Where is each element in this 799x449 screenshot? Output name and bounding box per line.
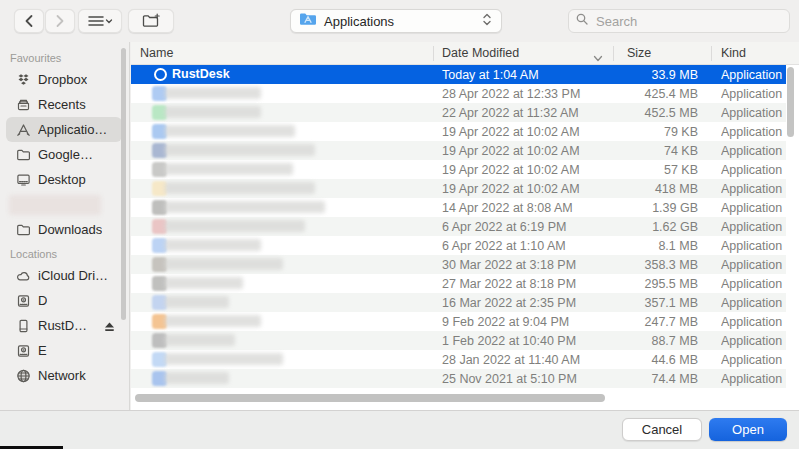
file-row[interactable]: 28 Apr 2022 at 12:33 PM425.4 MBApplicati…	[131, 84, 786, 103]
sidebar-item-label: Desktop	[38, 172, 86, 187]
sidebar-item-label: Downloads	[38, 222, 102, 237]
sidebar: FavouritesDropboxRecentsApplicatio…Googl…	[0, 42, 130, 410]
sidebar-scrollbar-thumb[interactable]	[121, 48, 126, 320]
cancel-button[interactable]: Cancel	[622, 418, 702, 441]
sidebar-item-redacted[interactable]	[9, 195, 101, 215]
file-size: 295.5 MB	[561, 277, 698, 291]
column-separator	[711, 46, 712, 61]
sidebar-item-icloud[interactable]: iCloud Dri…	[6, 263, 122, 288]
file-kind: Application	[721, 334, 783, 348]
sidebar-section-title-locations: Locations	[0, 242, 129, 263]
file-size: 247.7 MB	[561, 315, 698, 329]
vertical-scrollbar-thumb[interactable]	[787, 67, 794, 137]
file-kind: Application	[721, 68, 783, 82]
file-row[interactable]: 19 Apr 2022 at 10:02 AM79 KBApplication	[131, 122, 786, 141]
sidebar-item-rustdesk-volume[interactable]: RustD…	[6, 313, 122, 338]
table-header: Name Date Modified Size Kind	[131, 42, 799, 65]
redacted-file-name	[165, 258, 283, 270]
sidebar-item-label: Network	[38, 368, 86, 383]
up-down-chevrons-icon	[481, 12, 493, 31]
file-kind: Application	[721, 106, 783, 120]
file-row[interactable]: 28 Jan 2022 at 11:40 AM44.6 MBApplicatio…	[131, 350, 786, 369]
file-size: 1.39 GB	[561, 201, 698, 215]
sidebar-item-google[interactable]: Google…	[6, 142, 122, 167]
sidebar-item-desktop[interactable]: Desktop	[6, 167, 122, 192]
column-separator	[433, 46, 434, 61]
folder-icon	[14, 221, 32, 239]
file-kind: Application	[721, 125, 783, 139]
redacted-file-name	[165, 201, 325, 213]
file-date-modified: 16 Mar 2022 at 2:35 PM	[442, 296, 576, 310]
file-row[interactable]: 14 Apr 2022 at 8:08 AM1.39 GBApplication	[131, 198, 786, 217]
sidebar-item-drive-e[interactable]: E	[6, 338, 122, 363]
file-row-selected[interactable]: RustDeskToday at 1:04 AM33.9 MBApplicati…	[131, 65, 786, 84]
file-row[interactable]: 19 Apr 2022 at 10:02 AM418 MBApplication	[131, 179, 786, 198]
forward-button[interactable]	[45, 9, 75, 33]
sidebar-item-applications[interactable]: Applicatio…	[6, 117, 122, 142]
column-header-size[interactable]: Size	[627, 46, 651, 60]
file-date-modified: 28 Jan 2022 at 11:40 AM	[442, 353, 580, 367]
sidebar-item-label: iCloud Dri…	[38, 268, 108, 283]
file-size: 74 KB	[561, 144, 698, 158]
column-header-date-modified[interactable]: Date Modified	[442, 46, 519, 60]
file-row[interactable]: 30 Mar 2022 at 3:18 PM358.3 MBApplicatio…	[131, 255, 786, 274]
new-folder-button[interactable]	[128, 9, 174, 33]
file-date-modified: 6 Apr 2022 at 1:10 AM	[442, 239, 566, 253]
location-popup-label: Applications	[324, 14, 481, 29]
sidebar-item-drive-d[interactable]: D	[6, 288, 122, 313]
sidebar-section-title-favourites: Favourites	[0, 46, 129, 67]
file-row[interactable]: 27 Mar 2022 at 8:18 PM295.5 MBApplicatio…	[131, 274, 786, 293]
file-date-modified: 19 Apr 2022 at 10:02 AM	[442, 144, 580, 158]
file-kind: Application	[721, 163, 783, 177]
back-button[interactable]	[14, 9, 44, 33]
file-row[interactable]: 6 Apr 2022 at 6:19 PM1.62 GBApplication	[131, 217, 786, 236]
file-row[interactable]: 16 Mar 2022 at 2:35 PM357.1 MBApplicatio…	[131, 293, 786, 312]
file-date-modified: 19 Apr 2022 at 10:02 AM	[442, 125, 580, 139]
redacted-file-name	[165, 125, 295, 137]
search-field[interactable]	[568, 9, 790, 33]
view-options-button[interactable]	[78, 9, 122, 33]
file-date-modified: 28 Apr 2022 at 12:33 PM	[442, 87, 580, 101]
file-date-modified: 22 Apr 2022 at 11:32 AM	[442, 106, 579, 120]
file-row[interactable]: 19 Apr 2022 at 10:02 AM57 KBApplication	[131, 160, 786, 179]
file-date-modified: 6 Apr 2022 at 6:19 PM	[442, 220, 566, 234]
sidebar-item-label: D	[38, 293, 47, 308]
search-icon	[575, 12, 589, 30]
column-header-name[interactable]: Name	[140, 46, 173, 60]
redacted-file-name	[165, 353, 283, 365]
redacted-file-name	[165, 334, 235, 346]
dropbox-icon	[14, 71, 32, 89]
column-header-kind[interactable]: Kind	[721, 46, 746, 60]
sidebar-item-downloads[interactable]: Downloads	[6, 217, 122, 242]
sidebar-item-recents[interactable]: Recents	[6, 92, 122, 117]
sidebar-item-network[interactable]: Network	[6, 363, 122, 388]
redacted-file-name	[165, 144, 315, 156]
redacted-file-name	[165, 296, 229, 308]
redacted-file-name	[165, 239, 261, 251]
horizontal-scrollbar-thumb[interactable]	[135, 394, 605, 402]
redacted-file-name	[165, 277, 243, 289]
desktop-icon	[14, 171, 32, 189]
location-popup-button[interactable]: Applications	[290, 9, 502, 33]
search-input[interactable]	[594, 13, 768, 30]
file-row[interactable]: 22 Apr 2022 at 11:32 AM452.5 MBApplicati…	[131, 103, 786, 122]
eject-icon[interactable]	[103, 319, 116, 337]
file-kind: Application	[721, 201, 783, 215]
file-kind: Application	[721, 87, 783, 101]
file-row[interactable]: 6 Apr 2022 at 1:10 AM8.1 MBApplication	[131, 236, 786, 255]
file-kind: Application	[721, 296, 783, 310]
toolbar: Applications	[0, 0, 799, 42]
sidebar-item-dropbox[interactable]: Dropbox	[6, 67, 122, 92]
file-row[interactable]: 25 Nov 2021 at 5:10 PM74.4 MBApplication	[131, 369, 786, 388]
open-button[interactable]: Open	[709, 418, 787, 441]
file-row[interactable]: 9 Feb 2022 at 9:04 PM247.7 MBApplication	[131, 312, 786, 331]
file-size: 74.4 MB	[561, 372, 698, 386]
redacted-file-name	[165, 315, 261, 327]
folder-icon	[14, 146, 32, 164]
redacted-file-name	[165, 372, 229, 384]
column-separator	[613, 46, 614, 61]
file-row[interactable]: 19 Apr 2022 at 10:02 AM74 KBApplication	[131, 141, 786, 160]
file-row[interactable]: 1 Feb 2022 at 10:40 PM88.7 MBApplication	[131, 331, 786, 350]
disk-icon	[14, 342, 32, 360]
file-size: 1.62 GB	[561, 220, 698, 234]
